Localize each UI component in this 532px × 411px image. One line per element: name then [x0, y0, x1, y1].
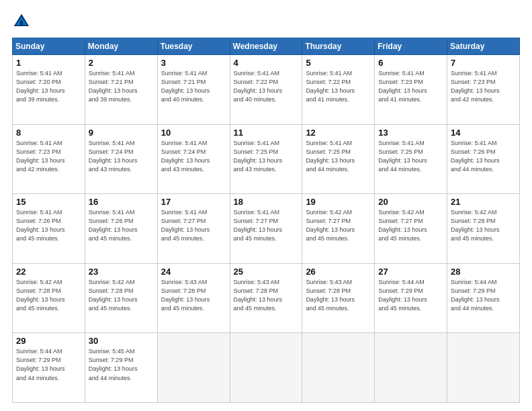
calendar-cell: 29Sunrise: 5:44 AM Sunset: 7:29 PM Dayli… [13, 333, 85, 403]
day-number: 10 [161, 128, 227, 138]
calendar-table: SundayMondayTuesdayWednesdayThursdayFrid… [12, 38, 520, 403]
day-number: 7 [451, 58, 517, 68]
page: SundayMondayTuesdayWednesdayThursdayFrid… [0, 0, 532, 411]
calendar-row-3: 15Sunrise: 5:41 AM Sunset: 7:26 PM Dayli… [13, 194, 520, 264]
day-number: 14 [451, 128, 517, 138]
svg-rect-2 [20, 21, 23, 26]
day-number: 3 [161, 58, 227, 68]
day-info: Sunrise: 5:43 AM Sunset: 7:28 PM Dayligh… [306, 278, 371, 313]
calendar-cell [302, 333, 375, 403]
day-info: Sunrise: 5:42 AM Sunset: 7:28 PM Dayligh… [16, 278, 82, 313]
calendar-cell: 7Sunrise: 5:41 AM Sunset: 7:23 PM Daylig… [447, 55, 520, 125]
day-info: Sunrise: 5:42 AM Sunset: 7:28 PM Dayligh… [451, 208, 517, 243]
day-number: 4 [234, 58, 300, 68]
day-number: 24 [161, 267, 227, 277]
weekday-header-thursday: Thursday [302, 38, 375, 55]
calendar-cell: 15Sunrise: 5:41 AM Sunset: 7:26 PM Dayli… [13, 194, 85, 264]
day-number: 25 [234, 267, 300, 277]
day-number: 15 [16, 197, 82, 207]
day-number: 18 [234, 197, 300, 207]
calendar-cell: 23Sunrise: 5:42 AM Sunset: 7:28 PM Dayli… [85, 263, 157, 333]
calendar-cell: 17Sunrise: 5:41 AM Sunset: 7:27 PM Dayli… [157, 194, 230, 264]
day-number: 26 [306, 267, 371, 277]
calendar-cell: 5Sunrise: 5:41 AM Sunset: 7:22 PM Daylig… [302, 55, 375, 125]
calendar-cell: 9Sunrise: 5:41 AM Sunset: 7:24 PM Daylig… [85, 124, 157, 194]
day-info: Sunrise: 5:43 AM Sunset: 7:28 PM Dayligh… [234, 278, 300, 313]
day-number: 12 [306, 128, 371, 138]
logo [12, 12, 35, 31]
calendar-cell: 21Sunrise: 5:42 AM Sunset: 7:28 PM Dayli… [447, 194, 520, 264]
calendar-cell [230, 333, 302, 403]
day-number: 29 [16, 336, 82, 346]
calendar-cell: 6Sunrise: 5:41 AM Sunset: 7:23 PM Daylig… [375, 55, 447, 125]
calendar-row-5: 29Sunrise: 5:44 AM Sunset: 7:29 PM Dayli… [13, 333, 520, 403]
calendar-cell: 24Sunrise: 5:43 AM Sunset: 7:28 PM Dayli… [157, 263, 230, 333]
day-info: Sunrise: 5:41 AM Sunset: 7:24 PM Dayligh… [89, 139, 154, 174]
day-number: 19 [306, 197, 371, 207]
day-info: Sunrise: 5:41 AM Sunset: 7:23 PM Dayligh… [16, 139, 82, 174]
calendar-cell: 13Sunrise: 5:41 AM Sunset: 7:25 PM Dayli… [375, 124, 447, 194]
day-info: Sunrise: 5:43 AM Sunset: 7:28 PM Dayligh… [161, 278, 227, 313]
calendar-row-4: 22Sunrise: 5:42 AM Sunset: 7:28 PM Dayli… [13, 263, 520, 333]
day-number: 1 [16, 58, 82, 68]
day-info: Sunrise: 5:41 AM Sunset: 7:27 PM Dayligh… [161, 208, 227, 243]
day-number: 21 [451, 197, 517, 207]
day-info: Sunrise: 5:41 AM Sunset: 7:27 PM Dayligh… [234, 208, 300, 243]
day-number: 8 [16, 128, 82, 138]
day-number: 13 [378, 128, 444, 138]
day-number: 27 [378, 267, 444, 277]
day-number: 22 [16, 267, 82, 277]
calendar-cell [375, 333, 447, 403]
calendar-cell: 20Sunrise: 5:42 AM Sunset: 7:27 PM Dayli… [375, 194, 447, 264]
day-info: Sunrise: 5:41 AM Sunset: 7:21 PM Dayligh… [89, 69, 154, 104]
day-number: 6 [378, 58, 444, 68]
calendar-header: SundayMondayTuesdayWednesdayThursdayFrid… [13, 38, 520, 55]
day-info: Sunrise: 5:41 AM Sunset: 7:23 PM Dayligh… [378, 69, 444, 104]
day-info: Sunrise: 5:41 AM Sunset: 7:26 PM Dayligh… [89, 208, 154, 243]
day-info: Sunrise: 5:41 AM Sunset: 7:26 PM Dayligh… [16, 208, 82, 243]
day-number: 23 [89, 267, 154, 277]
day-info: Sunrise: 5:44 AM Sunset: 7:29 PM Dayligh… [451, 278, 517, 313]
weekday-header-friday: Friday [375, 38, 447, 55]
day-number: 20 [378, 197, 444, 207]
day-info: Sunrise: 5:41 AM Sunset: 7:26 PM Dayligh… [451, 139, 517, 174]
calendar-cell: 12Sunrise: 5:41 AM Sunset: 7:25 PM Dayli… [302, 124, 375, 194]
calendar-cell: 8Sunrise: 5:41 AM Sunset: 7:23 PM Daylig… [13, 124, 85, 194]
calendar-row-1: 1Sunrise: 5:41 AM Sunset: 7:20 PM Daylig… [13, 55, 520, 125]
day-info: Sunrise: 5:41 AM Sunset: 7:25 PM Dayligh… [234, 139, 300, 174]
day-number: 17 [161, 197, 227, 207]
day-info: Sunrise: 5:41 AM Sunset: 7:25 PM Dayligh… [378, 139, 444, 174]
day-info: Sunrise: 5:41 AM Sunset: 7:23 PM Dayligh… [451, 69, 517, 104]
calendar-cell: 3Sunrise: 5:41 AM Sunset: 7:21 PM Daylig… [157, 55, 230, 125]
day-number: 16 [89, 197, 154, 207]
calendar-cell: 26Sunrise: 5:43 AM Sunset: 7:28 PM Dayli… [302, 263, 375, 333]
weekday-header-wednesday: Wednesday [230, 38, 302, 55]
calendar-cell: 19Sunrise: 5:42 AM Sunset: 7:27 PM Dayli… [302, 194, 375, 264]
day-info: Sunrise: 5:45 AM Sunset: 7:29 PM Dayligh… [89, 347, 154, 382]
day-number: 28 [451, 267, 517, 277]
calendar-cell: 4Sunrise: 5:41 AM Sunset: 7:22 PM Daylig… [230, 55, 302, 125]
logo-icon [12, 12, 31, 31]
day-info: Sunrise: 5:41 AM Sunset: 7:22 PM Dayligh… [306, 69, 371, 104]
calendar-cell: 28Sunrise: 5:44 AM Sunset: 7:29 PM Dayli… [447, 263, 520, 333]
day-info: Sunrise: 5:42 AM Sunset: 7:27 PM Dayligh… [378, 208, 444, 243]
calendar-cell: 30Sunrise: 5:45 AM Sunset: 7:29 PM Dayli… [85, 333, 157, 403]
calendar-cell: 16Sunrise: 5:41 AM Sunset: 7:26 PM Dayli… [85, 194, 157, 264]
calendar-cell: 18Sunrise: 5:41 AM Sunset: 7:27 PM Dayli… [230, 194, 302, 264]
calendar-cell: 1Sunrise: 5:41 AM Sunset: 7:20 PM Daylig… [13, 55, 85, 125]
day-info: Sunrise: 5:41 AM Sunset: 7:25 PM Dayligh… [306, 139, 371, 174]
day-number: 30 [89, 336, 154, 346]
weekday-header-sunday: Sunday [13, 38, 85, 55]
calendar-cell: 22Sunrise: 5:42 AM Sunset: 7:28 PM Dayli… [13, 263, 85, 333]
day-number: 11 [234, 128, 300, 138]
day-number: 9 [89, 128, 154, 138]
calendar-cell: 10Sunrise: 5:41 AM Sunset: 7:24 PM Dayli… [157, 124, 230, 194]
calendar-cell: 27Sunrise: 5:44 AM Sunset: 7:29 PM Dayli… [375, 263, 447, 333]
weekday-header-tuesday: Tuesday [157, 38, 230, 55]
weekday-header-saturday: Saturday [447, 38, 520, 55]
day-info: Sunrise: 5:41 AM Sunset: 7:21 PM Dayligh… [161, 69, 227, 104]
calendar-cell: 25Sunrise: 5:43 AM Sunset: 7:28 PM Dayli… [230, 263, 302, 333]
calendar-cell: 11Sunrise: 5:41 AM Sunset: 7:25 PM Dayli… [230, 124, 302, 194]
calendar-body: 1Sunrise: 5:41 AM Sunset: 7:20 PM Daylig… [13, 55, 520, 403]
calendar-cell [157, 333, 230, 403]
